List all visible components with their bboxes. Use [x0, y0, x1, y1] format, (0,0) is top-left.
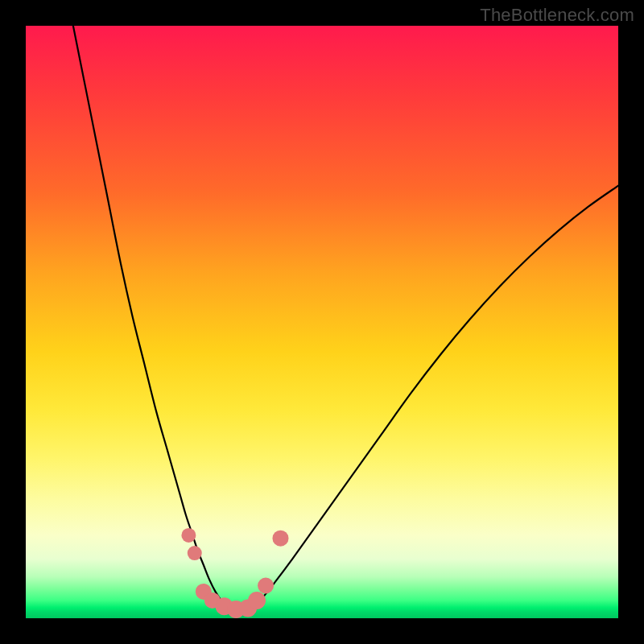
curve-left-curve [73, 26, 239, 613]
marker-point [258, 578, 274, 594]
plot-area [26, 26, 618, 618]
marker-point [188, 546, 202, 560]
curve-right-curve [239, 186, 618, 613]
marker-point [272, 530, 288, 547]
curve-layer [26, 26, 618, 618]
marker-point [248, 592, 266, 609]
chart-frame: TheBottleneck.com [0, 0, 644, 644]
watermark-text: TheBottleneck.com [480, 5, 634, 26]
marker-point [181, 528, 196, 543]
